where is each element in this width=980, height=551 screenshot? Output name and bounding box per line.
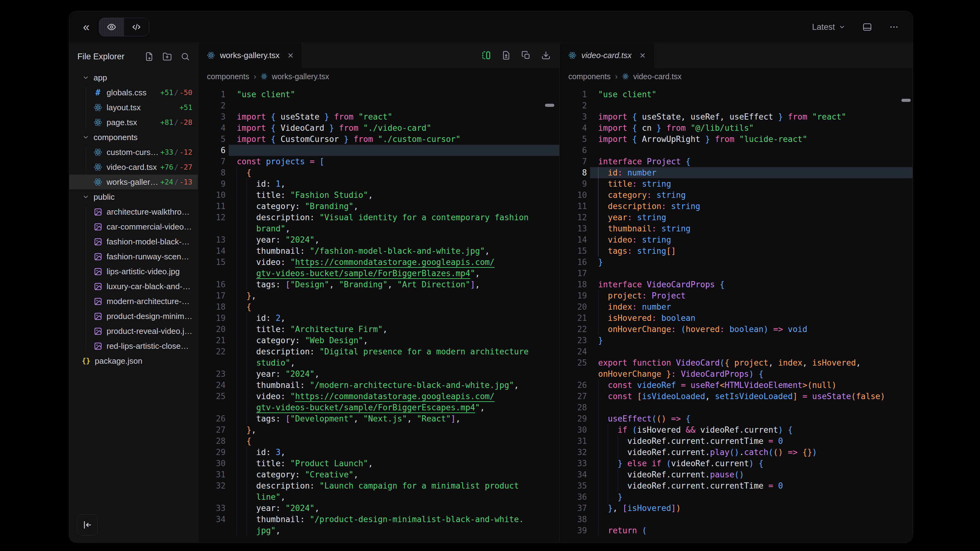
editor-pane-left: works-gallery.tsx × components › works-g… (198, 43, 560, 542)
code-line: 24 (560, 346, 913, 357)
sidebar-item-video-card.tsx[interactable]: video-card.tsx+76/-27 (69, 160, 198, 175)
code-text: brand", (237, 223, 290, 234)
sidebar-item-page.tsx[interactable]: page.tsx+81/-28 (69, 115, 198, 130)
code-text: interface VideoCardProps { (598, 279, 725, 290)
code-line: 18 { (198, 301, 559, 313)
collapse-sidebar-button[interactable] (77, 514, 98, 535)
chevron-down-icon (838, 24, 845, 30)
sidebar-item-package.json[interactable]: {}package.json (69, 354, 198, 368)
file-tree: app#globals.css+51/-50layout.tsx+51page.… (69, 70, 198, 368)
sidebar-item-globals.css[interactable]: #globals.css+51/-50 (69, 85, 198, 100)
sidebar-item-modern-architecture-[interactable]: modern-architecture-… (69, 294, 198, 309)
file-diff-icon[interactable] (501, 51, 511, 60)
breadcrumb: components › works-gallery.tsx (198, 68, 559, 85)
split-diff-icon[interactable] (482, 51, 491, 60)
file-explorer: File Explorer app#globals.css+51/-50layo… (69, 43, 198, 542)
version-dropdown[interactable]: Latest (812, 22, 845, 32)
sidebar-item-fashion-model-black-[interactable]: fashion-model-black-… (69, 234, 198, 249)
tab-video-card[interactable]: video-card.tsx × (560, 43, 655, 68)
code-line: 38 (560, 514, 913, 525)
code-text: studio", (237, 357, 295, 368)
copy-icon[interactable] (521, 51, 531, 60)
code-line: 27 const [isVideoLoaded, setIsVideoLoade… (560, 391, 913, 402)
code-line: 18interface VideoCardProps { (560, 279, 913, 290)
code-line: 16} (560, 257, 913, 268)
line-number: 34 (198, 514, 226, 525)
sidebar-item-custom-curs-[interactable]: custom-curs…+33/-12 (69, 145, 198, 160)
breadcrumb-file[interactable]: video-card.tsx (633, 72, 682, 81)
code-text: description: "Digital presence for a mod… (237, 346, 528, 357)
line-number: 14 (198, 245, 226, 257)
indent-guide (598, 514, 598, 525)
download-icon[interactable] (541, 51, 550, 60)
tab-bar-left: works-gallery.tsx × (198, 43, 559, 68)
sidebar-folder-public[interactable]: public (69, 189, 198, 204)
new-folder-icon[interactable] (162, 52, 172, 61)
code-area[interactable]: 1"use client"23import { useState, useRef… (560, 85, 913, 542)
code-line: onHoverChange }: VideoCardProps) { (560, 368, 913, 380)
code-line: 28 (560, 402, 913, 413)
line-number: 19 (198, 313, 226, 324)
line-number: 8 (198, 167, 226, 178)
code-line: 12 year: string (560, 212, 913, 223)
sidebar-item-works-galler-[interactable]: works-galler…+24/-13 (69, 175, 198, 189)
line-number: 24 (198, 380, 226, 391)
code-line: 31 category: "Creative", (198, 469, 559, 480)
code-text: { (237, 435, 251, 447)
breadcrumb-file[interactable]: works-gallery.tsx (272, 72, 329, 81)
line-number: 4 (198, 122, 226, 133)
code-text: return ( (598, 525, 647, 536)
code-area[interactable]: 1"use client"23import { useState } from … (198, 85, 559, 542)
sidebar-folder-app[interactable]: app (69, 70, 198, 85)
sidebar-item-layout.tsx[interactable]: layout.tsx+51 (69, 100, 198, 115)
line-number: 3 (560, 111, 587, 122)
code-line: 33 year: "2024", (198, 503, 559, 514)
breadcrumb-folder[interactable]: components (207, 72, 249, 81)
sidebar-item-product-design-minim-[interactable]: product-design-minim… (69, 309, 198, 324)
code-line: 17 }, (198, 290, 559, 301)
breadcrumb-folder[interactable]: components (568, 72, 611, 81)
line-number: 15 (198, 257, 226, 268)
tab-label: video-card.tsx (581, 51, 632, 60)
ellipsis-icon[interactable] (889, 22, 899, 32)
line-number: 35 (560, 480, 587, 491)
file-label: modern-architecture-… (107, 297, 189, 306)
code-line: 24 thumbnail: "/modern-architecture-blac… (198, 380, 559, 391)
sidebar-item-red-lips-artistic-close-[interactable]: red-lips-artistic-close… (69, 338, 198, 354)
react-icon (261, 73, 267, 80)
braces-icon: {} (82, 357, 91, 365)
sidebar-item-product-reveal-video.j-[interactable]: product-reveal-video.j… (69, 324, 198, 338)
line-number: 9 (198, 178, 226, 189)
search-icon[interactable] (181, 52, 190, 61)
sidebar-folder-components[interactable]: components (69, 130, 198, 145)
code-text: video: "https://commondatastorage.google… (237, 257, 495, 268)
collapse-panel-button[interactable]: « (83, 21, 89, 33)
line-number: 11 (198, 201, 226, 212)
sidebar-item-car-commercial-video-[interactable]: car-commercial-video… (69, 219, 198, 234)
code-text: videoRef.current.currentTime = 0 (598, 435, 783, 447)
close-icon[interactable]: × (640, 50, 646, 60)
line-number: 22 (198, 346, 226, 357)
code-line: 23} (560, 335, 913, 346)
sidebar-item-fashion-runway-scen-[interactable]: fashion-runway-scen… (69, 249, 198, 264)
code-line: 22 description: "Digital presence for a … (198, 346, 559, 357)
diff-stats: +76/-27 (160, 163, 198, 171)
sidebar-item-architecture-walkthro-[interactable]: architecture-walkthro… (69, 204, 198, 219)
code-line: 4import { cn } from "@/lib/utils" (560, 122, 913, 133)
line-number: 10 (198, 189, 226, 201)
line-number: 27 (198, 424, 226, 435)
tab-works-gallery[interactable]: works-gallery.tsx × (198, 43, 302, 68)
code-text: }, (237, 290, 256, 301)
sidebar-item-luxury-car-black-and-[interactable]: luxury-car-black-and-… (69, 279, 198, 294)
code-line: 34 thumbnail: "/product-design-minimalis… (198, 514, 559, 525)
preview-toggle-button[interactable] (99, 18, 124, 36)
code-toggle-button[interactable] (124, 18, 149, 36)
react-icon (94, 148, 102, 157)
sidebar-item-lips-artistic-video.jpg[interactable]: lips-artistic-video.jpg (69, 264, 198, 279)
bottom-panel-icon[interactable] (862, 22, 872, 32)
code-line: 21 category: "Web Design", (198, 335, 559, 346)
image-icon (94, 341, 102, 350)
close-icon[interactable]: × (288, 50, 294, 60)
new-file-icon[interactable] (145, 52, 154, 61)
file-label: public (94, 192, 115, 202)
